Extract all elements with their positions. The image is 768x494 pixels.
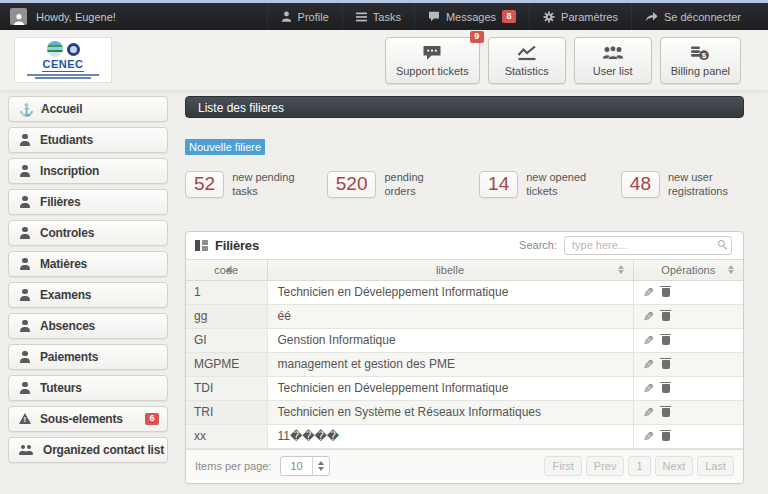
logout-arrow-icon — [645, 11, 658, 22]
cell-code: gg — [186, 304, 267, 328]
delete-icon[interactable] — [660, 405, 671, 418]
edit-icon[interactable]: ✎ — [643, 357, 654, 372]
sidebar-item[interactable]: Controles — [8, 220, 168, 246]
sidebar-item-label: Controles — [40, 226, 94, 240]
table-row: TRI Technicien en Système et Réseaux Inf… — [186, 400, 743, 424]
table-row: 1 Technicien en Déveleppement Informatiq… — [186, 280, 743, 304]
avatar[interactable] — [10, 8, 27, 25]
user-icon — [19, 258, 31, 270]
column-header-code[interactable]: code — [186, 259, 267, 280]
sidebar-item[interactable]: Inscription — [8, 158, 168, 184]
edit-icon[interactable]: ✎ — [643, 429, 654, 444]
sidebar-item-label: Matières — [40, 257, 87, 271]
user-icon — [19, 320, 31, 332]
sidebar-item[interactable]: Sous-elements 6 — [8, 406, 168, 432]
nav-parametres[interactable]: Paramètres — [529, 3, 631, 30]
nav-profile[interactable]: Profile — [267, 3, 342, 30]
sidebar-item-label: Organized contact list — [43, 443, 164, 457]
search-icon[interactable] — [718, 240, 725, 247]
nav-item-label: Profile — [298, 11, 329, 23]
sidebar-item[interactable]: Paiements — [8, 344, 168, 370]
billing-panel-button[interactable]: $ Billing panel — [660, 37, 741, 84]
table-footer: Items per page: 10 First Prev 1 — [186, 449, 743, 483]
top-navbar: Howdy, Eugene! Profile Tasks Messages 8 … — [0, 3, 768, 30]
comment-icon — [428, 11, 440, 22]
sidebar-item-label: Inscription — [40, 164, 99, 178]
sidebar-item-label: Examens — [40, 288, 91, 302]
sidebar-item[interactable]: Tuteurs — [8, 375, 168, 401]
sidebar-item[interactable]: Etudiants — [8, 127, 168, 153]
edit-icon[interactable]: ✎ — [643, 309, 654, 324]
cell-libelle: Genstion Informatique — [267, 328, 633, 352]
edit-icon[interactable]: ✎ — [643, 285, 654, 300]
logo-text: CENEC — [42, 58, 83, 72]
logo[interactable]: CENEC — [14, 37, 112, 83]
pagination-button[interactable]: 1 — [628, 456, 650, 476]
stat-value: 48 — [621, 171, 660, 198]
support-tickets-button[interactable]: 9 Support tickets — [385, 37, 480, 84]
delete-icon[interactable] — [660, 333, 671, 346]
gear-icon — [543, 11, 555, 23]
cell-libelle: Technicien en Déveleppement Informatique — [267, 376, 633, 400]
stat-value: 52 — [185, 171, 224, 198]
sidebar-item-label: Filières — [40, 195, 80, 209]
pagination-button[interactable]: First — [544, 456, 581, 476]
nav-logout[interactable]: Se déconnecter — [631, 3, 754, 30]
nav-tasks[interactable]: Tasks — [342, 3, 414, 30]
pagination-button[interactable]: Next — [655, 456, 694, 476]
line-chart-icon — [517, 45, 537, 61]
new-filiere-button[interactable]: Nouvelle filiere — [185, 139, 265, 155]
quick-button-label: Billing panel — [671, 65, 730, 77]
sort-icon — [728, 265, 734, 275]
statistics-button[interactable]: Statistics — [488, 37, 566, 84]
sidebar-item[interactable]: Filières — [8, 189, 168, 215]
coins-icon: $ — [690, 45, 710, 61]
search-label: Search: — [519, 239, 557, 251]
sidebar-item[interactable]: Matières — [8, 251, 168, 277]
pagination-button[interactable]: Last — [697, 456, 734, 476]
pagination-button[interactable]: Prev — [586, 456, 625, 476]
stat-item: 14 new opened tickets — [479, 171, 598, 199]
main-panel: Liste des filieres Nouvelle filiere 52 n… — [185, 96, 744, 484]
sort-icon — [618, 265, 624, 275]
nav-item-label: Se déconnecter — [664, 11, 741, 23]
sidebar-item[interactable]: Examens — [8, 282, 168, 308]
delete-icon[interactable] — [660, 309, 671, 322]
stat-label: new user registrations — [668, 171, 740, 199]
stat-label: new pending tasks — [232, 171, 304, 199]
cell-libelle: éé — [267, 304, 633, 328]
items-per-page-select[interactable]: 10 — [280, 456, 329, 476]
app-window: Howdy, Eugene! Profile Tasks Messages 8 … — [0, 0, 768, 494]
nav-item-label: Tasks — [373, 11, 401, 23]
column-header-operations[interactable]: Opérations — [633, 259, 743, 280]
delete-icon[interactable] — [660, 357, 671, 370]
edit-icon[interactable]: ✎ — [643, 333, 654, 348]
edit-icon[interactable]: ✎ — [643, 405, 654, 420]
logo-subtitle-lines — [27, 74, 99, 79]
delete-icon[interactable] — [660, 285, 671, 298]
spinner-icon — [312, 457, 329, 475]
users-icon — [602, 45, 624, 61]
column-header-libelle[interactable]: libelle — [267, 259, 633, 280]
cell-operations: ✎ — [633, 280, 743, 304]
panel-header: Filières Search: — [186, 232, 743, 259]
delete-icon[interactable] — [660, 381, 671, 394]
cell-operations: ✎ — [633, 376, 743, 400]
sidebar-item[interactable]: Absences — [8, 313, 168, 339]
logo-emblem-left — [47, 41, 63, 57]
user-list-button[interactable]: User list — [574, 37, 652, 84]
sidebar-item[interactable]: Organized contact list — [8, 437, 168, 463]
table-row: TDI Technicien en Déveleppement Informat… — [186, 376, 743, 400]
warning-icon — [19, 413, 31, 424]
sidebar-item[interactable]: Accueil — [8, 96, 168, 122]
sort-asc-icon — [225, 267, 233, 272]
delete-icon[interactable] — [660, 429, 671, 442]
search-input[interactable] — [564, 236, 732, 255]
cell-operations: ✎ — [633, 328, 743, 352]
cell-libelle: Technicien en Système et Réseaux Informa… — [267, 400, 633, 424]
cell-code: TDI — [186, 376, 267, 400]
user-icon — [19, 227, 31, 239]
edit-icon[interactable]: ✎ — [643, 381, 654, 396]
nav-messages[interactable]: Messages 8 — [414, 3, 529, 30]
user-icon — [13, 13, 25, 25]
